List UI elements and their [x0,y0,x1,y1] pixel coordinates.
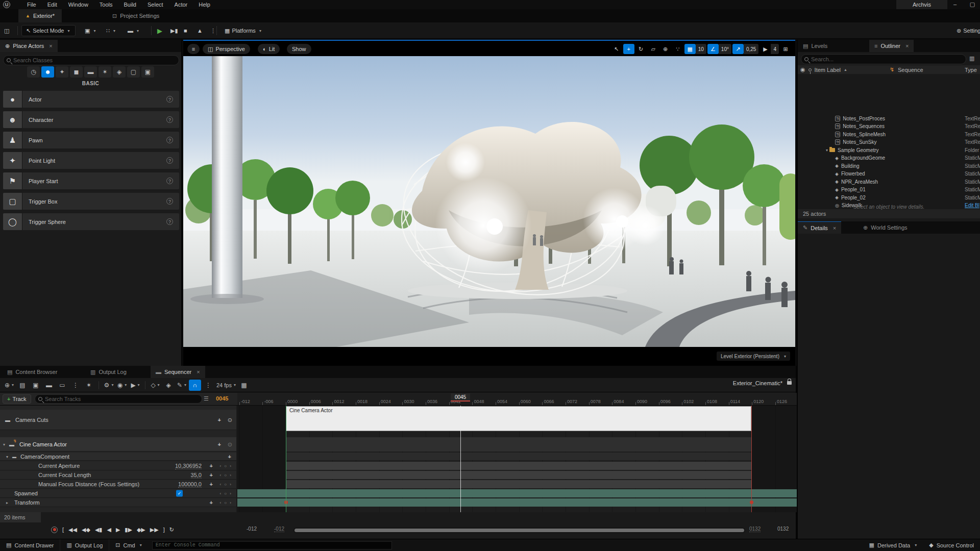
camera-speed[interactable]: ▶ [760,44,771,54]
next-key[interactable]: ◆▶ [137,523,145,536]
category-shapes[interactable]: ◼ [70,66,83,78]
menu-select[interactable]: Select [142,0,169,9]
step-back[interactable]: ◀▮ [95,523,103,536]
source-control-button[interactable]: ◆ Source Control [923,539,980,551]
curve-options[interactable]: ✎▾ [176,380,188,391]
derived-data-button[interactable]: ▦ Derived Data▾ [863,539,923,551]
add-key-button[interactable]: + [210,472,213,478]
timeline-ruler[interactable]: -012-00600000006001200180024003000360042… [237,393,797,406]
skip-button[interactable]: ▶▮ [170,25,178,36]
track-cameracomponent[interactable]: ▾▬CameraComponent+ [0,453,236,461]
menu-help[interactable]: Help [193,0,216,9]
close-icon[interactable]: × [905,43,909,49]
outliner-row[interactable]: ◈NPR_AreaMeshStaticM [798,178,980,186]
create-camera[interactable]: ▬ [43,380,55,391]
scale-tool[interactable]: ▱ [648,44,659,54]
camera-cuts-section[interactable]: Cine Camera Actor [286,406,751,431]
menu-edit[interactable]: Edit [42,0,63,9]
asset-tab-exterior-[interactable]: ▲Exterior* [18,9,62,22]
camera-lock-icon[interactable]: ⊙ [228,441,232,447]
camera-lock-icon[interactable]: ⊙ [228,416,232,423]
tab-place-actors[interactable]: ⊕ Place Actors × [0,40,58,52]
console-command-input[interactable] [152,541,392,549]
close-icon[interactable]: × [197,369,200,375]
output-log-button[interactable]: ▥ Output Log [60,539,109,551]
snap-kebab[interactable]: ⋮ [202,380,214,391]
auto-key[interactable]: ◈ [162,380,175,391]
category-all-classes[interactable]: ▣ [141,66,154,78]
viewport-menu-icon[interactable]: ≡ [187,44,200,54]
outliner-row[interactable]: ▾Sample GeometryFolder [798,146,980,154]
lit-dropdown[interactable]: ◐ Lit [258,44,280,54]
outliner-row[interactable]: ◈FlowerbedStaticM [798,170,980,178]
create-sequence[interactable]: ▤ [16,380,29,391]
filter-icon[interactable]: ☰ [204,395,209,402]
outliner-row[interactable]: TtNotes_SplineMeshTextRe [798,130,980,138]
save-icon[interactable]: ◫ [4,25,9,36]
outliner-settings-icon[interactable]: ▥ [969,55,974,62]
track-current-focal-length[interactable]: Current Focal Length35,0+‹ ○ › [0,471,236,480]
add-track-button[interactable]: + [218,441,221,447]
menu-window[interactable]: Window [63,0,94,9]
place-item-point-light[interactable]: ✦Point Light? [3,152,179,169]
current-aperture-range[interactable] [286,462,751,470]
platforms-dropdown[interactable]: ▦ Platforms▾ [225,25,261,36]
view-range-start[interactable]: -012 [247,526,257,532]
grid-snap-toggle-value[interactable]: 10 [696,44,706,54]
tab-world-settings[interactable]: ⊕World Settings [858,221,913,234]
property-value-field[interactable]: 35,0 [191,472,202,479]
playhead-marker[interactable]: 0045 [451,393,470,402]
close-icon[interactable]: × [49,43,52,49]
record-button[interactable] [51,527,58,533]
current-focal-length-range[interactable] [286,471,751,479]
lock-icon[interactable] [787,381,792,385]
outliner-row[interactable]: TtNotes_PostProcesTextRe [798,114,980,122]
set-playback-start[interactable]: [ [62,523,64,536]
visibility-eye-icon[interactable]: ◉ [800,66,805,73]
maximize-button[interactable]: ▢ [965,0,980,9]
browse-sequences[interactable]: ▣ [30,380,42,391]
rotation-snap-toggle-value[interactable]: 10° [719,44,731,54]
menu-file[interactable]: File [21,0,42,9]
outliner-row[interactable]: ◈People_01StaticM [798,186,980,194]
category-volumes[interactable]: ▢ [127,66,140,78]
rotate-tool[interactable]: ↻ [635,44,647,54]
menu-actor[interactable]: Actor [169,0,193,9]
cinematics-button[interactable]: ▬▾ [128,25,139,36]
sequence-breadcrumb[interactable]: Exterior_Cinematic* [733,380,782,386]
category-visual-effects[interactable]: ✶ [99,66,111,78]
move-tool[interactable]: + [623,44,634,54]
tab-sequencer[interactable]: ▬Sequencer× [151,366,205,378]
snap-magnet[interactable]: ∩ [189,380,201,391]
previous-key[interactable]: ◀◆ [82,523,90,536]
key-navigation[interactable]: ‹ ○ › [219,491,232,496]
outliner-search-input[interactable] [811,56,963,62]
place-item-player-start[interactable]: ⚑Player Start? [3,172,179,189]
category-lights[interactable]: ✦ [56,66,68,78]
perspective-dropdown[interactable]: ◫ Perspective [203,44,250,54]
grid-snap-toggle[interactable]: ▦ [684,44,696,54]
content-drawer-button[interactable]: ▤ Content Drawer [0,539,60,551]
track-spawned[interactable]: Spawned✓‹ ○ › [0,489,236,498]
place-item-pawn[interactable]: ♟Pawn? [3,132,179,148]
track-transform[interactable]: ▸Transform+‹ ○ › [0,498,236,507]
outliner-row[interactable]: TtNotes_SequencesTextRe [798,122,980,131]
cmd-dropdown[interactable]: ⊡ Cmd▾ [109,539,148,551]
working-range-start[interactable]: -012 [274,526,284,532]
track-current-aperture[interactable]: Current Aperture10,306952+‹ ○ › [0,462,236,470]
outliner-row[interactable]: ◈People_02StaticM [798,193,980,202]
track-camera-cuts[interactable]: ▬Camera Cuts+⊙ [0,410,236,430]
render-queue[interactable]: ✶ [83,380,95,391]
category-geometry[interactable]: ◈ [113,66,126,78]
minimize-button[interactable]: – [947,0,963,9]
key-navigation[interactable]: ‹ ○ › [219,482,232,487]
level-selector[interactable]: Level Exterior (Persistent)▾ [717,352,790,361]
asset-tab-project-settings[interactable]: ⊡Project Settings [105,9,166,22]
tab-content-browser[interactable]: ▤Content Browser [2,366,62,378]
blueprints-button[interactable]: ∷▾ [106,25,115,36]
playhead-line[interactable] [460,406,461,512]
key-navigation[interactable]: ‹ ○ › [219,464,232,468]
stop-button[interactable]: ■ [184,25,187,36]
render-movie[interactable]: ▭ [56,380,68,391]
track-cine-camera-actor[interactable]: ▾▬↯Cine Camera Actor+⊙ [0,437,236,452]
